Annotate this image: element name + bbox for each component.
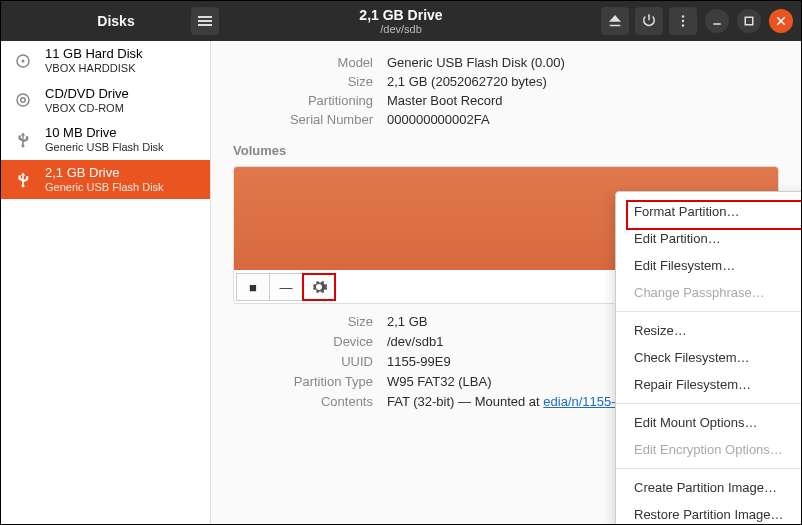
content: ModelGeneric USB Flash Disk (0.00)Size2,… [211, 41, 801, 524]
titlebar-right [601, 7, 793, 35]
app-name: Disks [49, 13, 183, 29]
titlebar-left: Disks [9, 7, 219, 35]
info-label: Size [233, 74, 373, 89]
menu-item[interactable]: Edit Mount Options… [616, 409, 802, 436]
svg-rect-3 [713, 23, 721, 25]
menu-separator [616, 311, 802, 312]
volume-gear-menu: Format Partition…Edit Partition…Edit Fil… [615, 191, 802, 525]
info-label: Contents [233, 394, 373, 409]
svg-point-7 [17, 94, 29, 106]
remove-button[interactable]: — [269, 273, 303, 301]
menu-item[interactable]: Resize… [616, 317, 802, 344]
eject-button[interactable] [601, 7, 629, 35]
info-label: Model [233, 55, 373, 70]
menu-item[interactable]: Edit Partition… [616, 225, 802, 252]
sidebar: 11 GB Hard DiskVBOX HARDDISKCD/DVD Drive… [1, 41, 211, 524]
menu-item[interactable]: Restore Partition Image… [616, 501, 802, 525]
usb-icon [11, 128, 35, 152]
sidebar-item[interactable]: 11 GB Hard DiskVBOX HARDDISK [1, 41, 210, 81]
sidebar-item[interactable]: 10 MB DriveGeneric USB Flash Disk [1, 120, 210, 160]
info-value: Master Boot Record [387, 93, 779, 108]
menu-item: Change Passphrase… [616, 279, 802, 306]
menu-separator [616, 403, 802, 404]
gear-icon [310, 278, 328, 296]
maximize-button[interactable] [737, 9, 761, 33]
info-label: Partitioning [233, 93, 373, 108]
svg-point-8 [21, 98, 26, 103]
info-label: UUID [233, 354, 373, 369]
hamburger-menu-button[interactable] [191, 7, 219, 35]
sidebar-item[interactable]: CD/DVD DriveVBOX CD-ROM [1, 81, 210, 121]
menu-item: Edit Encryption Options… [616, 436, 802, 463]
info-value: 2,1 GB (2052062720 bytes) [387, 74, 779, 89]
power-button[interactable] [635, 7, 663, 35]
power-icon [640, 12, 658, 30]
info-label: Device [233, 334, 373, 349]
usb-icon [11, 168, 35, 192]
info-label: Size [233, 314, 373, 329]
drive-kebab-button[interactable] [669, 7, 697, 35]
volume-buttons: ■ — [236, 273, 335, 301]
menu-item[interactable]: Repair Filesystem… [616, 371, 802, 398]
cd-icon [11, 88, 35, 112]
eject-icon [606, 12, 624, 30]
titlebar: Disks 2,1 GB Drive /dev/sdb [1, 1, 801, 41]
svg-point-6 [22, 59, 25, 62]
minimize-button[interactable] [705, 9, 729, 33]
close-icon [772, 12, 790, 30]
info-label: Partition Type [233, 374, 373, 389]
drive-info: ModelGeneric USB Flash Disk (0.00)Size2,… [233, 55, 779, 127]
sidebar-item-sub: Generic USB Flash Disk [45, 141, 164, 154]
stop-button[interactable]: ■ [236, 273, 270, 301]
menu-item[interactable]: Edit Filesystem… [616, 252, 802, 279]
sidebar-item-title: CD/DVD Drive [45, 87, 129, 102]
maximize-icon [740, 12, 758, 30]
menu-separator [616, 468, 802, 469]
sidebar-item-sub: Generic USB Flash Disk [45, 181, 164, 194]
sidebar-item-sub: VBOX CD-ROM [45, 102, 129, 115]
volumes-header: Volumes [233, 143, 779, 158]
gear-button[interactable] [302, 273, 336, 301]
svg-point-2 [682, 24, 684, 26]
menu-item[interactable]: Check Filesystem… [616, 344, 802, 371]
info-value: Generic USB Flash Disk (0.00) [387, 55, 779, 70]
minimize-icon [708, 12, 726, 30]
kebab-icon [674, 12, 692, 30]
svg-point-0 [682, 15, 684, 17]
svg-rect-4 [745, 17, 753, 25]
sidebar-item-title: 11 GB Hard Disk [45, 47, 143, 62]
sidebar-item-title: 2,1 GB Drive [45, 166, 164, 181]
menu-item[interactable]: Format Partition… [616, 198, 802, 225]
menu-item[interactable]: Create Partition Image… [616, 474, 802, 501]
sidebar-item-title: 10 MB Drive [45, 126, 164, 141]
svg-point-1 [682, 20, 684, 22]
close-button[interactable] [769, 9, 793, 33]
info-label: Serial Number [233, 112, 373, 127]
info-value: 000000000002FA [387, 112, 779, 127]
sidebar-item[interactable]: 2,1 GB DriveGeneric USB Flash Disk [1, 160, 210, 200]
main: 11 GB Hard DiskVBOX HARDDISKCD/DVD Drive… [1, 41, 801, 524]
sidebar-item-sub: VBOX HARDDISK [45, 62, 143, 75]
hdd-icon [11, 49, 35, 73]
